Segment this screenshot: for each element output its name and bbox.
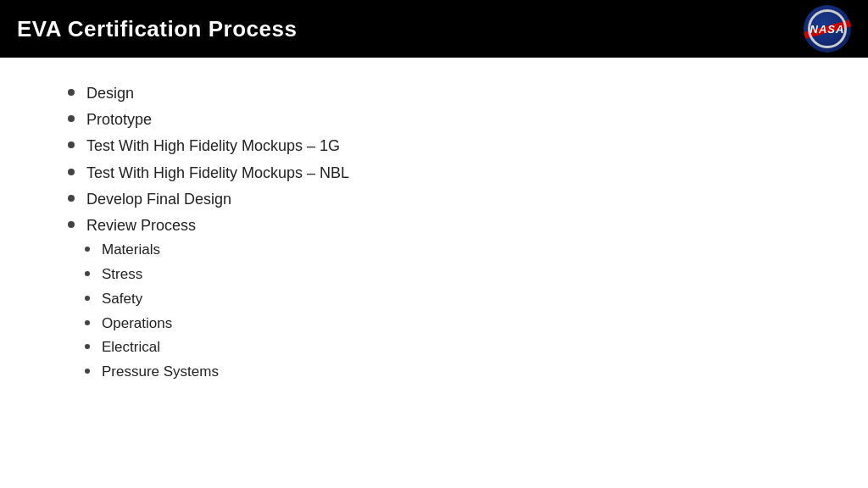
list-item-stress: Stress — [85, 264, 219, 285]
list-item-label: Review Process — [86, 215, 196, 236]
list-item-develop: Develop Final Design — [68, 189, 800, 210]
page-header: EVA Certification Process NASA — [0, 0, 868, 58]
list-item-pressure: Pressure Systems — [85, 362, 219, 382]
list-item-operations: Operations — [85, 313, 219, 334]
sub-list-item-label: Stress — [102, 264, 142, 285]
bullet-icon — [68, 115, 75, 122]
sub-list-item-label: Safety — [102, 289, 142, 309]
page-title: EVA Certification Process — [17, 16, 297, 42]
bullet-icon — [68, 195, 75, 202]
sub-list-item-label: Electrical — [102, 337, 160, 358]
sub-bullet-icon — [85, 344, 90, 349]
bullet-icon — [68, 169, 75, 175]
sub-bullet-icon — [85, 271, 90, 276]
bullet-icon — [68, 89, 75, 96]
nasa-logo-text: NASA — [810, 23, 845, 36]
list-item-label: Prototype — [86, 109, 152, 130]
sub-bullet-icon — [85, 247, 90, 252]
sub-list-item-label: Operations — [102, 313, 172, 334]
sub-list-item-label: Materials — [102, 240, 160, 260]
sub-bullet-icon — [85, 369, 90, 374]
list-item-design: Design — [68, 83, 800, 104]
nasa-logo: NASA — [804, 5, 851, 53]
list-item-electrical: Electrical — [85, 337, 219, 358]
list-item-review: Review Process Materials Stress Safety — [68, 215, 800, 386]
list-item-safety: Safety — [85, 289, 219, 309]
list-item-materials: Materials — [85, 240, 219, 260]
bullet-icon — [68, 141, 75, 148]
list-item-test-nbl: Test With High Fidelity Mockups – NBL — [68, 163, 800, 184]
sub-bullet-icon — [85, 320, 90, 325]
list-item-label: Design — [86, 83, 134, 104]
list-item-prototype: Prototype — [68, 109, 800, 130]
bullet-icon — [68, 221, 75, 228]
sub-bullet-icon — [85, 296, 90, 301]
list-item-label: Test With High Fidelity Mockups – NBL — [86, 163, 349, 184]
list-item-label: Test With High Fidelity Mockups – 1G — [86, 136, 340, 157]
list-item-label: Develop Final Design — [86, 189, 231, 210]
main-list: Design Prototype Test With High Fidelity… — [68, 83, 800, 386]
main-content: Design Prototype Test With High Fidelity… — [0, 58, 868, 417]
sub-list-item-label: Pressure Systems — [102, 362, 219, 382]
list-item-test-1g: Test With High Fidelity Mockups – 1G — [68, 136, 800, 157]
sub-list: Materials Stress Safety Operations — [85, 240, 219, 382]
